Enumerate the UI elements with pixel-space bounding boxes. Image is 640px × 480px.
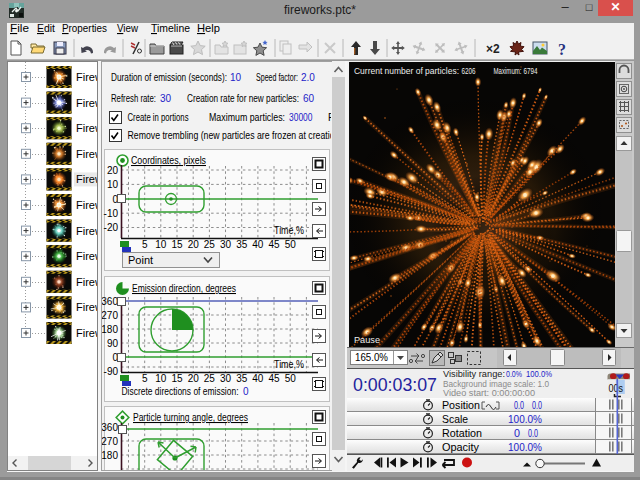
svg-text:?: ? xyxy=(558,41,566,58)
svg-text:Discrete directions of emissio: Discrete directions of emission: xyxy=(122,386,239,397)
svg-text:Firew: Firew xyxy=(76,97,97,109)
svg-text:00s: 00s xyxy=(609,382,624,394)
svg-text:Time,%: Time,% xyxy=(274,359,304,370)
svg-text:270: 270 xyxy=(102,436,118,447)
svg-text:Maximum particles:: Maximum particles: xyxy=(209,112,285,123)
svg-text:Help: Help xyxy=(197,23,220,34)
svg-text:Remove trembling (new particle: Remove trembling (new particles are froz… xyxy=(128,130,332,141)
svg-text:20: 20 xyxy=(188,373,200,384)
svg-text:50: 50 xyxy=(285,239,297,250)
svg-text:Duration of emission (seconds): Duration of emission (seconds): xyxy=(111,72,227,83)
svg-text:10: 10 xyxy=(107,179,119,190)
svg-text:10: 10 xyxy=(155,373,167,384)
svg-text:270: 270 xyxy=(102,310,118,321)
svg-text:40: 40 xyxy=(252,239,264,250)
svg-text:Firew: Firew xyxy=(76,173,97,185)
svg-text:40: 40 xyxy=(252,373,264,384)
svg-text:Time,%: Time,% xyxy=(274,225,304,236)
svg-text:0:00:03:07: 0:00:03:07 xyxy=(353,374,437,395)
svg-text:0.0: 0.0 xyxy=(514,399,524,411)
svg-text:×2: ×2 xyxy=(486,42,500,56)
svg-text:100.0%: 100.0% xyxy=(508,413,542,425)
svg-text:Rotation: Rotation xyxy=(442,427,482,439)
svg-text:Firew: Firew xyxy=(76,250,97,262)
svg-text:90: 90 xyxy=(107,338,119,349)
svg-text:-90: -90 xyxy=(104,366,119,377)
svg-text:0.0: 0.0 xyxy=(532,399,542,411)
svg-text:45: 45 xyxy=(268,239,280,250)
svg-text:25: 25 xyxy=(204,373,216,384)
svg-text:165.0%: 165.0% xyxy=(355,351,388,363)
svg-text:Firew: Firew xyxy=(76,122,97,134)
svg-text:Particle turning angle, degree: Particle turning angle, degrees xyxy=(133,411,248,423)
svg-text:20: 20 xyxy=(107,165,119,176)
svg-text:Speed factor:: Speed factor: xyxy=(256,72,298,83)
svg-text:Current number of particles:: Current number of particles: xyxy=(354,65,459,76)
svg-text:Video start: 0:00:00:00: Video start: 0:00:00:00 xyxy=(443,387,535,398)
svg-text:Edit: Edit xyxy=(37,23,55,34)
svg-text:15: 15 xyxy=(171,373,183,384)
svg-text:6206: 6206 xyxy=(462,65,476,76)
svg-text:Firew: Firew xyxy=(76,301,97,313)
svg-text:Firew: Firew xyxy=(76,276,97,288)
svg-text:5: 5 xyxy=(142,239,148,250)
svg-text:360: 360 xyxy=(102,296,118,307)
svg-text:25: 25 xyxy=(204,239,216,250)
svg-text:Firew: Firew xyxy=(76,225,97,237)
svg-text:Create in portions: Create in portions xyxy=(128,112,189,123)
svg-text:0.0: 0.0 xyxy=(528,427,538,439)
svg-text:50: 50 xyxy=(285,373,297,384)
svg-text:R: R xyxy=(328,112,331,123)
svg-text:30000: 30000 xyxy=(289,112,313,123)
svg-text:6794: 6794 xyxy=(524,65,538,76)
svg-text:Scale: Scale xyxy=(442,413,468,425)
svg-text:30: 30 xyxy=(220,239,232,250)
svg-text:Position: Position xyxy=(442,399,480,411)
svg-text:30: 30 xyxy=(220,373,232,384)
svg-text:15: 15 xyxy=(171,239,183,250)
svg-text:-20: -20 xyxy=(104,222,119,233)
svg-text:Firew: Firew xyxy=(76,199,97,211)
svg-text:Firew: Firew xyxy=(76,327,97,339)
svg-text:View: View xyxy=(117,23,138,34)
svg-text:35: 35 xyxy=(236,239,248,250)
svg-text:Coordinates, pixels: Coordinates, pixels xyxy=(131,154,206,166)
svg-text:Creation rate for new particle: Creation rate for new particles: xyxy=(187,93,299,104)
svg-text:Refresh rate:: Refresh rate: xyxy=(111,93,156,104)
svg-text:2.0: 2.0 xyxy=(301,72,315,83)
svg-text:30: 30 xyxy=(160,93,172,104)
svg-text:Firew: Firew xyxy=(76,148,97,160)
svg-text:5: 5 xyxy=(142,373,148,384)
svg-text:10: 10 xyxy=(155,239,167,250)
svg-text:100.0%: 100.0% xyxy=(508,441,542,453)
svg-text:0: 0 xyxy=(514,427,520,439)
svg-text:Opacity: Opacity xyxy=(442,441,480,453)
svg-text:Timeline: Timeline xyxy=(151,23,190,34)
svg-text:360: 360 xyxy=(102,422,118,433)
svg-text:0: 0 xyxy=(243,386,249,397)
svg-text:Emission direction, degrees: Emission direction, degrees xyxy=(132,282,236,294)
svg-text:Pause: Pause xyxy=(354,334,380,345)
svg-text:35: 35 xyxy=(236,373,248,384)
svg-text:-10: -10 xyxy=(104,208,119,219)
svg-text:10: 10 xyxy=(230,72,242,83)
svg-text:20: 20 xyxy=(188,239,200,250)
svg-text:Properties: Properties xyxy=(62,23,107,34)
svg-text:180: 180 xyxy=(102,450,118,461)
svg-text:45: 45 xyxy=(268,373,280,384)
svg-text:Firew: Firew xyxy=(76,71,97,83)
svg-text:180: 180 xyxy=(102,324,118,335)
svg-text:60: 60 xyxy=(303,93,315,104)
svg-text:File: File xyxy=(10,23,29,34)
svg-text:Point: Point xyxy=(128,254,153,266)
svg-text:Maximum:: Maximum: xyxy=(494,65,522,76)
